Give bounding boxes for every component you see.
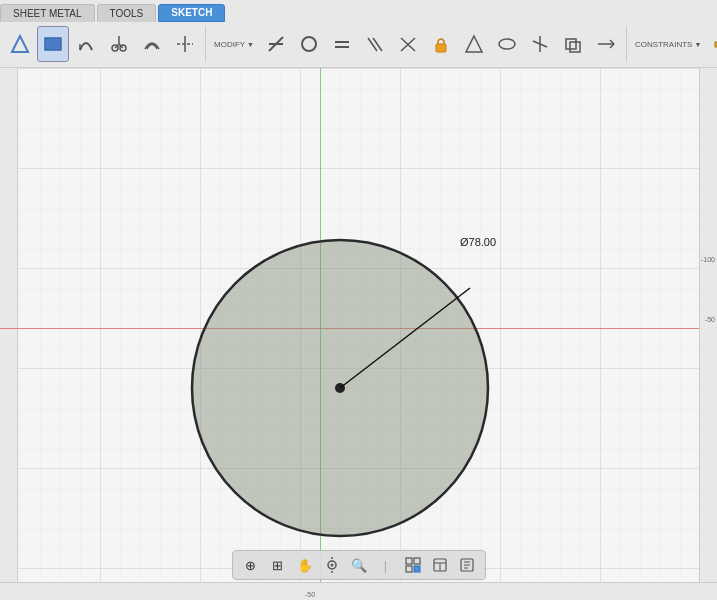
svg-rect-44	[406, 566, 412, 572]
zoom-btn[interactable]: 🔍	[347, 553, 371, 577]
pierce-btn[interactable]	[524, 26, 556, 62]
lock-btn[interactable]	[425, 26, 457, 62]
ruler-tick-bottom-50: -50	[305, 591, 315, 598]
modify-label[interactable]: MODIFY ▼	[210, 40, 258, 49]
svg-line-16	[373, 38, 382, 51]
svg-rect-25	[570, 42, 580, 52]
create-group	[4, 26, 206, 62]
circle-sketch-btn[interactable]	[293, 26, 325, 62]
svg-rect-1	[45, 38, 61, 50]
ellipse-btn[interactable]	[491, 26, 523, 62]
svg-point-21	[499, 39, 515, 49]
rect-create-btn[interactable]	[37, 26, 69, 62]
tab-sketch[interactable]: SKETCH	[158, 4, 225, 22]
svg-rect-24	[566, 39, 576, 49]
svg-rect-19	[436, 44, 446, 52]
view-mode-btn[interactable]	[401, 553, 425, 577]
svg-point-12	[302, 37, 316, 51]
triangle-btn[interactable]	[458, 26, 490, 62]
svg-marker-20	[466, 36, 482, 52]
measure-btn[interactable]	[707, 26, 717, 62]
svg-rect-43	[414, 558, 420, 564]
tool-bar: MODIFY ▼	[0, 22, 717, 67]
constraints-dropdown-arrow: ▼	[694, 41, 701, 48]
dimension-label: Ø78.00	[460, 236, 496, 248]
tab-tools[interactable]: TOOLS	[97, 4, 157, 22]
parallel-btn[interactable]	[359, 26, 391, 62]
line-create-btn[interactable]	[4, 26, 36, 62]
ruler-bottom: -50	[0, 582, 717, 600]
constraints-label[interactable]: CONSTRAINTS ▼	[631, 40, 705, 49]
tab-sheet-metal[interactable]: SHEET METAL	[0, 4, 95, 22]
toolbar: SHEET METAL TOOLS SKETCH	[0, 0, 717, 68]
tab-bar: SHEET METAL TOOLS SKETCH	[0, 0, 717, 22]
svg-rect-42	[406, 558, 412, 564]
line2-btn[interactable]	[260, 26, 292, 62]
ruler-right: -100 -50	[699, 68, 717, 600]
extend-btn[interactable]	[590, 26, 622, 62]
constraints-group	[260, 26, 627, 62]
grid-toggle-btn[interactable]: ⊕	[239, 553, 263, 577]
equal-btn[interactable]	[326, 26, 358, 62]
more-btn[interactable]	[455, 553, 479, 577]
offset-btn[interactable]	[136, 26, 168, 62]
angle-btn[interactable]	[392, 26, 424, 62]
canvas-area: Ø78.00 -100 -50 -50 ⊕ ⊞ ✋ 🔍 |	[0, 68, 717, 600]
look-at-btn[interactable]	[320, 553, 344, 577]
svg-marker-0	[12, 36, 28, 52]
bottom-toolbar: ⊕ ⊞ ✋ 🔍 |	[232, 550, 486, 580]
svg-rect-45	[414, 566, 420, 572]
calc-btn[interactable]	[428, 553, 452, 577]
inspect-group	[707, 26, 717, 62]
ruler-tick-50: -50	[705, 316, 715, 323]
svg-line-15	[368, 38, 377, 51]
sketch-circle-container	[185, 233, 495, 543]
trim-btn[interactable]	[169, 26, 201, 62]
snap-btn[interactable]: ⊞	[266, 553, 290, 577]
rect2-btn[interactable]	[557, 26, 589, 62]
cut-btn[interactable]	[103, 26, 135, 62]
sketch-circle-svg	[185, 233, 495, 543]
ruler-left	[0, 68, 18, 600]
pan-btn[interactable]: ✋	[293, 553, 317, 577]
separator-1: |	[374, 553, 398, 577]
ruler-tick-100: -100	[701, 256, 715, 263]
modify-dropdown-arrow: ▼	[247, 41, 254, 48]
svg-point-39	[330, 564, 333, 567]
arc-create-btn[interactable]	[70, 26, 102, 62]
